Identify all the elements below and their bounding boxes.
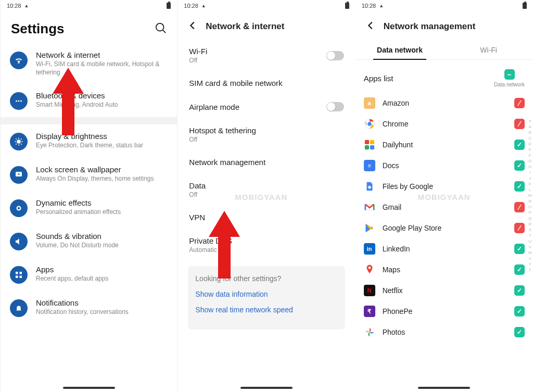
network-item-sub: Off — [189, 136, 344, 143]
app-data-toggle[interactable] — [514, 181, 525, 192]
extra-link[interactable]: Show data information — [195, 290, 337, 298]
alpha-index-letter[interactable]: Y — [528, 262, 532, 267]
alpha-index-letter[interactable]: F — [528, 153, 532, 158]
app-row[interactable]: Photos — [356, 322, 525, 343]
alpha-index-letter[interactable]: W — [528, 250, 532, 255]
settings-item-apps[interactable]: Apps Recent apps, default apps — [1, 258, 177, 291]
app-icon: ₹ — [364, 306, 375, 317]
alpha-index-letter[interactable]: T — [528, 233, 532, 238]
nav-pill[interactable] — [418, 387, 470, 389]
settings-item-lockscreen[interactable]: Lock screen & wallpaper Always On Displa… — [1, 158, 177, 191]
alpha-index-letter[interactable]: C — [528, 136, 532, 141]
network-item-vpn[interactable]: VPN — [180, 206, 353, 229]
sub-header: Network management — [356, 11, 533, 40]
status-bar: 10:28 ▲ — [177, 0, 355, 11]
alpha-index-letter[interactable]: # — [528, 119, 532, 123]
alpha-index-letter[interactable]: K — [528, 182, 532, 186]
svg-rect-14 — [364, 140, 369, 144]
settings-item-network[interactable]: Network & internet Wi-Fi, SIM card & mob… — [1, 43, 177, 84]
alpha-index-letter[interactable]: U — [528, 239, 532, 244]
app-data-toggle[interactable] — [514, 264, 525, 275]
settings-item-sub: Always On Display, themes, home settings — [36, 175, 168, 183]
network-item-hotspot[interactable]: Hotspot & tethering Off — [180, 119, 353, 150]
search-icon[interactable] — [155, 22, 167, 36]
alpha-index-letter[interactable]: N — [528, 199, 532, 204]
app-data-toggle[interactable] — [514, 223, 525, 233]
app-data-toggle[interactable] — [514, 98, 525, 108]
app-name: Photos — [383, 328, 507, 336]
app-name: LinkedIn — [383, 245, 507, 253]
settings-item-title: Lock screen & wallpaper — [36, 165, 168, 174]
network-item-sim[interactable]: SIM card & mobile network — [180, 71, 353, 95]
brightness-icon — [10, 133, 28, 150]
settings-item-title: Apps — [36, 265, 168, 274]
settings-item-effects[interactable]: Dynamic effects Personalized animation e… — [1, 191, 177, 224]
alpha-index[interactable]: #ABCDEFGHIJKLMNOPQRSTUVWXYZ — [528, 119, 532, 387]
app-name: Docs — [383, 161, 507, 170]
settings-item-bluetooth[interactable]: Bluetooth & devices Smart Mirroring, And… — [1, 84, 177, 117]
alpha-index-letter[interactable]: A — [528, 124, 532, 129]
alpha-index-letter[interactable]: I — [528, 170, 532, 175]
apps-list-header: Apps list – Data network — [356, 60, 533, 93]
nav-pill[interactable] — [63, 387, 115, 389]
network-item-dns[interactable]: Private DNS Automatic — [180, 229, 353, 261]
settings-item-title: Notifications — [36, 298, 168, 307]
app-name: Chrome — [383, 120, 507, 128]
section-gap — [1, 117, 177, 124]
app-row[interactable]: ≡Docs — [356, 155, 525, 176]
settings-item-notifications[interactable]: Notifications Notification history, conv… — [1, 291, 177, 324]
app-row[interactable]: Google Play Store — [356, 218, 525, 238]
app-data-toggle[interactable] — [514, 327, 525, 337]
back-icon[interactable] — [365, 20, 376, 33]
alpha-index-letter[interactable]: X — [528, 256, 532, 261]
app-row[interactable]: Chrome — [356, 113, 525, 134]
settings-item-title: Sounds & vibration — [36, 232, 168, 241]
app-row[interactable]: ₹PhonePe — [356, 301, 525, 322]
tab-wifi[interactable]: Wi-Fi — [444, 40, 533, 59]
wifi-toggle[interactable] — [326, 51, 344, 60]
settings-item-sub: Wi-Fi, SIM card & mobile network, Hotspo… — [36, 60, 168, 77]
alpha-index-letter[interactable]: R — [528, 222, 532, 226]
alpha-index-letter[interactable]: H — [528, 165, 532, 169]
app-data-toggle[interactable] — [514, 202, 525, 212]
app-data-toggle[interactable] — [514, 285, 525, 296]
network-item-airplane[interactable]: Airplane mode — [180, 95, 353, 119]
alpha-index-letter[interactable]: V — [528, 245, 532, 249]
airplane-toggle[interactable] — [326, 102, 344, 111]
alpha-index-letter[interactable]: J — [528, 176, 532, 181]
settings-item-sounds[interactable]: Sounds & vibration Volume, Do Not Distur… — [1, 224, 177, 258]
alpha-index-letter[interactable]: M — [528, 193, 532, 198]
alpha-index-letter[interactable]: Q — [528, 216, 532, 221]
alpha-index-letter[interactable]: D — [528, 142, 532, 146]
alpha-index-letter[interactable]: G — [528, 159, 532, 163]
apps-list[interactable]: #ABCDEFGHIJKLMNOPQRSTUVWXYZ aAmazonChrom… — [356, 93, 533, 392]
alpha-index-letter[interactable]: S — [528, 227, 532, 232]
data-network-toggle-all-icon[interactable]: – — [504, 69, 515, 80]
alpha-index-letter[interactable]: B — [528, 130, 532, 135]
extra-link[interactable]: Show real time network speed — [195, 306, 337, 314]
alpha-index-letter[interactable]: Z — [528, 268, 532, 272]
app-row[interactable]: Dailyhunt — [356, 134, 525, 155]
alpha-index-letter[interactable]: E — [528, 147, 532, 152]
alpha-index-letter[interactable]: P — [528, 210, 532, 215]
app-data-toggle[interactable] — [514, 244, 525, 254]
alpha-index-letter[interactable]: O — [528, 205, 532, 209]
settings-item-sub: Personalized animation effects — [36, 208, 168, 217]
app-data-toggle[interactable] — [514, 306, 525, 317]
svg-point-3 — [17, 140, 21, 144]
svg-point-18 — [368, 186, 371, 189]
app-row[interactable]: NNetflix — [356, 280, 525, 301]
network-item-management[interactable]: Network management — [180, 150, 353, 174]
app-row[interactable]: Maps — [356, 259, 525, 280]
network-item-wifi[interactable]: Wi-Fi Off — [180, 40, 353, 71]
tab-data-network[interactable]: Data network — [356, 40, 445, 59]
app-data-toggle[interactable] — [514, 160, 525, 171]
back-icon[interactable] — [187, 20, 198, 33]
app-row[interactable]: inLinkedIn — [356, 238, 525, 259]
alpha-index-letter[interactable]: L — [528, 187, 532, 192]
app-data-toggle[interactable] — [514, 119, 525, 129]
app-data-toggle[interactable] — [514, 140, 525, 150]
nav-pill[interactable] — [240, 387, 293, 389]
settings-item-display[interactable]: Display & brightness Eye Protection, Dar… — [1, 124, 177, 158]
app-row[interactable]: aAmazon — [356, 93, 525, 113]
